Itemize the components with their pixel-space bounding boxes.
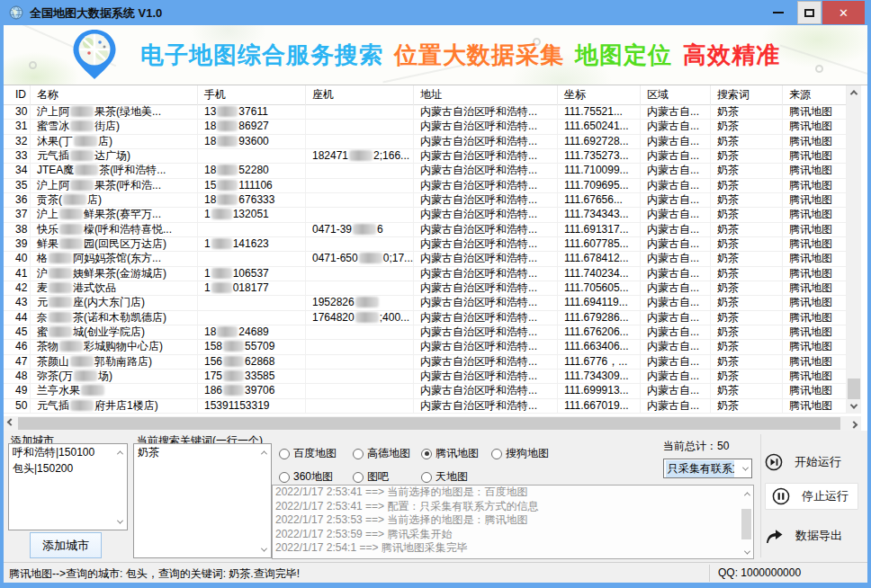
- column-header-id[interactable]: ID: [4, 85, 31, 105]
- add-city-button[interactable]: 添加城市: [30, 532, 102, 558]
- scroll-right-arrow-icon[interactable]: [847, 416, 861, 431]
- table-row[interactable]: 35沪上阿果茶(呼和浩...15111106内蒙古自治区呼和浩特...111.7…: [4, 179, 847, 193]
- table-row[interactable]: 42麦港式饮品1018177内蒙古自治区呼和浩特...111.705605...…: [4, 281, 847, 296]
- cell-id: 45: [4, 325, 31, 340]
- panel-divider: [760, 434, 761, 557]
- radio-tianditu-map[interactable]: 天地图: [421, 469, 468, 485]
- table-row[interactable]: 50元气插府井店1楼店)15391153319内蒙古自治区呼和浩特...111.…: [4, 399, 847, 414]
- radio-label: 腾讯地图: [436, 446, 479, 461]
- log-output[interactable]: 2022/1/17 2:53:41 ==> 当前选择的地图是：百度地图2022/…: [272, 485, 754, 559]
- slogan-text-0: 电子地图综合服务搜索: [140, 40, 383, 71]
- cell-kw: 奶茶: [711, 311, 783, 325]
- column-header-phone[interactable]: 手机: [198, 85, 306, 105]
- scroll-down-arrow-icon[interactable]: [847, 399, 861, 414]
- table-row[interactable]: 40格阿妈妈茶馆(东方...0471-6500;17...内蒙古自治区呼和浩特.…: [4, 252, 847, 266]
- column-header-addr[interactable]: 地址: [414, 85, 558, 105]
- table-row[interactable]: 39鲜果园(回民区万达店)1141623内蒙古自治区呼和浩特...111.607…: [4, 237, 847, 252]
- radio-icon[interactable]: [491, 449, 502, 459]
- table-row[interactable]: 32沐果(丁店)1893600内蒙古自治区呼和浩特...111.692728..…: [4, 135, 847, 149]
- table-row[interactable]: 49兰亭水果18639706内蒙古自治区呼和浩特...111.699913...…: [4, 384, 847, 398]
- table-row[interactable]: 44奈茶(诺和木勒凯德店)1764820;400...内蒙古自治区呼和浩特...…: [4, 311, 847, 325]
- radio-icon[interactable]: [421, 472, 432, 483]
- table-row[interactable]: 45蜜城(创业学院店)1824689内蒙古自治区呼和浩特...111.67620…: [4, 325, 847, 340]
- window-title: 全国地图大数据系统 V1.0: [30, 5, 162, 22]
- log-line: 2022/1/17 2:53:41 ==> 当前选择的地图是：百度地图: [273, 486, 753, 500]
- column-header-name[interactable]: 名称: [31, 85, 198, 105]
- cell-addr: 内蒙古自治区呼和浩特...: [414, 149, 558, 164]
- keywords-textarea[interactable]: 奶茶: [133, 443, 272, 558]
- redaction-blur: [63, 194, 86, 205]
- redaction-blur: [70, 150, 94, 161]
- log-line: 2022/1/17 2:53:41 ==> 配置：只采集有联系方式的信息: [273, 500, 753, 514]
- radio-selected-icon[interactable]: [421, 449, 432, 459]
- table-row[interactable]: 41沪姨鲜果茶(金游城店)1106537内蒙古自治区呼和浩特...111.740…: [4, 267, 847, 281]
- column-header-land[interactable]: 座机: [306, 85, 414, 105]
- close-button[interactable]: ✕: [822, 1, 865, 24]
- log-scroll-down-icon[interactable]: [741, 547, 752, 557]
- cell-region: 内蒙古自...: [641, 399, 711, 414]
- table-row[interactable]: 34JTEA魔茶(呼和浩特...1852280内蒙古自治区呼和浩特...111.…: [4, 164, 847, 178]
- table-row[interactable]: 30沪上阿果茶(绿地美...1337611内蒙古自治区呼和浩特...111.75…: [4, 105, 847, 120]
- cell-name: 沐果(丁店): [31, 135, 198, 149]
- textbox-scroll-down-icon[interactable]: [114, 516, 125, 527]
- total-count: 当前总计：50: [663, 439, 729, 454]
- radio-icon[interactable]: [353, 449, 364, 459]
- cell-id: 46: [4, 340, 31, 354]
- cell-id: 39: [4, 237, 31, 252]
- log-scroll-up-icon[interactable]: [741, 488, 752, 499]
- radio-icon[interactable]: [279, 449, 290, 459]
- column-header-src[interactable]: 来源: [783, 85, 847, 105]
- cell-src: 腾讯地图: [783, 149, 847, 164]
- radio-sogou-map[interactable]: 搜狗地图: [491, 446, 549, 461]
- redaction-blur: [355, 297, 379, 307]
- table-row[interactable]: 47茶颜山郭勒南路店)15662868内蒙古自治区呼和浩特...111.6776…: [4, 355, 847, 370]
- table-row[interactable]: 48弥茶(万场)17533585内蒙古自治区呼和浩特...111.734309.…: [4, 370, 847, 384]
- radio-baidu-map[interactable]: 百度地图: [279, 446, 337, 461]
- table-row[interactable]: 31蜜雪冰街店)1886927内蒙古自治区呼和浩特...111.650241..…: [4, 120, 847, 134]
- table-row[interactable]: 36贡茶(店)18676333内蒙古自治区呼和浩特...111.67656...…: [4, 193, 847, 208]
- textbox-scroll-up-icon[interactable]: [258, 447, 269, 458]
- vertical-scrollbar[interactable]: [847, 85, 861, 414]
- scroll-left-arrow-icon[interactable]: [4, 416, 18, 431]
- radio-icon[interactable]: [353, 472, 364, 483]
- cell-name: 沪姨鲜果茶(金游城店): [31, 267, 198, 281]
- horizontal-scroll-thumb[interactable]: [18, 417, 840, 430]
- vertical-scroll-thumb[interactable]: [848, 379, 860, 399]
- table-row[interactable]: 46茶物彩城购物中心店)15855709内蒙古自治区呼和浩特...111.663…: [4, 340, 847, 354]
- radio-tengxun-map[interactable]: 腾讯地图: [421, 446, 479, 461]
- cell-id: 34: [4, 164, 31, 178]
- status-bar: 腾讯地图-->查询的城市: 包头，查询的关键词: 奶茶.查询完毕! QQ: 10…: [4, 562, 867, 583]
- log-scroll-thumb[interactable]: [741, 509, 751, 539]
- chevron-down-icon[interactable]: [743, 467, 748, 471]
- log-scrollbar[interactable]: [741, 486, 753, 558]
- title-bar[interactable]: 全国地图大数据系统 V1.0 ✕: [0, 0, 871, 25]
- radio-icon[interactable]: [279, 472, 290, 483]
- radio-map360-map[interactable]: 360地图: [279, 469, 333, 485]
- start-run-button[interactable]: 开始运行: [765, 449, 864, 476]
- stop-run-button[interactable]: 停止运行: [765, 483, 858, 510]
- cell-name: 茶颜山郭勒南路店): [31, 355, 198, 370]
- cell-land: 0471-6500;17...: [306, 252, 414, 266]
- cell-land: [306, 267, 414, 281]
- maximize-button[interactable]: [797, 1, 822, 24]
- table-row[interactable]: 33元气插达广场)1824712;166...内蒙古自治区呼和浩特...111.…: [4, 149, 847, 164]
- minimize-button[interactable]: [760, 1, 796, 24]
- textbox-scroll-down-icon[interactable]: [258, 544, 269, 555]
- table-row[interactable]: 38快乐檬(呼和浩特喜悦...0471-396内蒙古自治区呼和浩特...111.…: [4, 223, 847, 237]
- city-list-textarea[interactable]: 呼和浩特|150100包头|150200: [8, 443, 128, 530]
- scroll-up-arrow-icon[interactable]: [847, 85, 861, 100]
- collect-filter-select[interactable]: 只采集有联系方: [663, 459, 752, 478]
- table-row[interactable]: 43元座(内大东门店)1952826内蒙古自治区呼和浩特...111.69411…: [4, 296, 847, 310]
- cell-kw: 奶茶: [711, 164, 783, 178]
- horizontal-scrollbar[interactable]: [4, 416, 861, 431]
- cell-coord: 111.67656...: [558, 193, 641, 208]
- column-header-region[interactable]: 区域: [641, 85, 711, 105]
- column-header-kw[interactable]: 搜索词: [711, 85, 783, 105]
- radio-gaode-map[interactable]: 高德地图: [353, 446, 410, 461]
- export-data-button[interactable]: 数据导出: [765, 522, 864, 549]
- table-row[interactable]: 37沪上鲜果茶(赛罕万...1132051内蒙古自治区呼和浩特...111.73…: [4, 208, 847, 222]
- column-header-coord[interactable]: 坐标: [558, 85, 641, 105]
- textbox-scroll-up-icon[interactable]: [114, 447, 125, 458]
- cell-phone: 18639706: [198, 384, 306, 398]
- radio-tuba-map[interactable]: 图吧: [353, 469, 389, 485]
